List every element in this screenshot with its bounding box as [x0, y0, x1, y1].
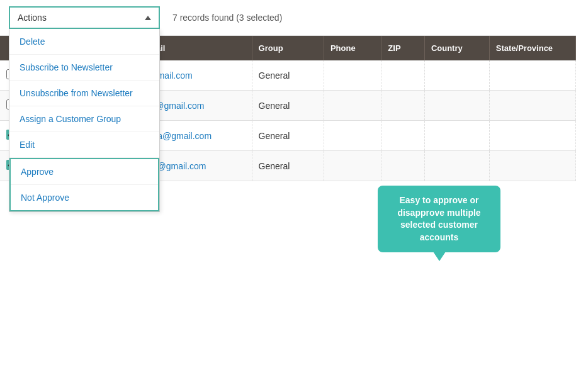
row-phone — [324, 60, 381, 91]
row-phone — [324, 91, 381, 121]
row-state — [489, 151, 575, 181]
records-info: 7 records found (3 selected) — [172, 13, 282, 23]
page-wrapper: Actions Delete Subscribe to Newsletter U… — [0, 0, 576, 392]
menu-item-unsubscribe[interactable]: Unsubscribe from Newsletter — [9, 81, 159, 106]
menu-item-assign-group[interactable]: Assign a Customer Group — [9, 106, 159, 132]
dropdown-menu: Delete Subscribe to Newsletter Unsubscri… — [9, 29, 160, 212]
row-state — [489, 60, 575, 91]
row-zip — [381, 121, 425, 151]
row-state — [489, 121, 575, 151]
tooltip-bubble: Easy to approve or disapprove multiple s… — [378, 186, 500, 252]
table-top-bar: Actions Delete Subscribe to Newsletter U… — [0, 0, 576, 36]
row-country — [424, 91, 489, 121]
row-group: General — [252, 91, 324, 121]
row-zip — [381, 151, 425, 181]
col-header-group: Group — [252, 36, 324, 60]
col-header-phone: Phone — [324, 36, 381, 60]
row-phone — [324, 151, 381, 181]
menu-item-not-approve[interactable]: Not Approve — [11, 185, 158, 210]
tooltip-text: Easy to approve or disapprove multiple s… — [397, 195, 480, 242]
menu-item-edit[interactable]: Edit — [9, 132, 159, 158]
col-header-zip: ZIP — [381, 36, 425, 60]
col-header-country: Country — [424, 36, 489, 60]
row-group: General — [252, 121, 324, 151]
menu-item-approve[interactable]: Approve — [11, 159, 158, 185]
menu-item-subscribe[interactable]: Subscribe to Newsletter — [9, 55, 159, 81]
row-state — [489, 91, 575, 121]
actions-button[interactable]: Actions — [9, 6, 160, 29]
arrow-up-icon — [145, 16, 151, 20]
menu-item-delete[interactable]: Delete — [9, 29, 159, 55]
row-zip — [381, 60, 425, 91]
row-phone — [324, 121, 381, 151]
row-country — [424, 121, 489, 151]
approve-section: Approve Not Approve — [9, 158, 159, 211]
row-country — [424, 151, 489, 181]
row-group: General — [252, 60, 324, 91]
row-zip — [381, 91, 425, 121]
col-header-state: State/Province — [489, 36, 575, 60]
actions-dropdown-wrapper: Actions Delete Subscribe to Newsletter U… — [9, 6, 160, 29]
row-country — [424, 60, 489, 91]
actions-button-label: Actions — [18, 13, 47, 23]
row-group: General — [252, 151, 324, 181]
